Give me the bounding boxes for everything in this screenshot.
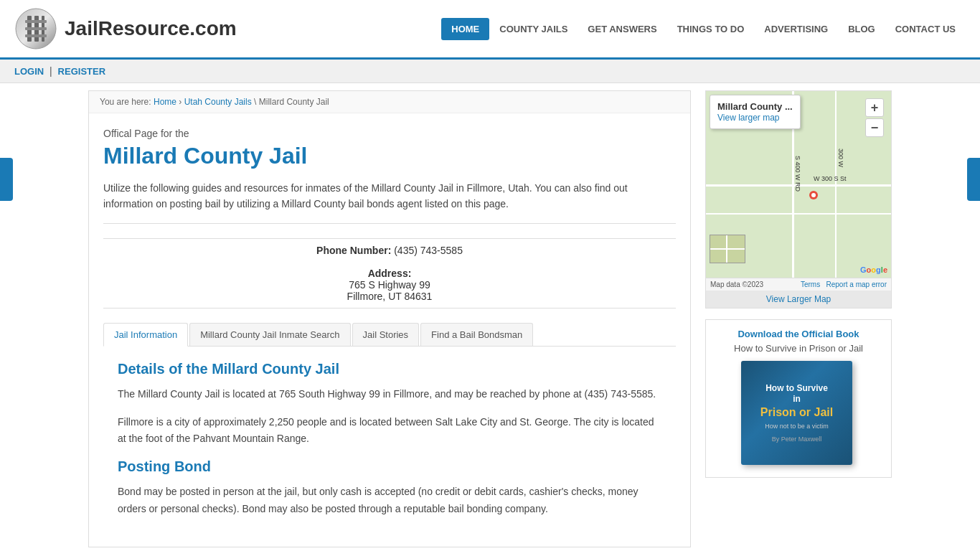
page-title: Millard County Jail bbox=[103, 143, 676, 169]
page-description: Utilize the following guides and resourc… bbox=[103, 180, 676, 224]
map-controls: + − bbox=[865, 98, 884, 137]
phone-label: Phone Number: bbox=[316, 245, 391, 256]
svg-text:S 400 W RD: S 400 W RD bbox=[794, 156, 801, 192]
blue-bar-left bbox=[0, 158, 13, 201]
logo-area: JailResource.com bbox=[14, 7, 237, 50]
tab-content: Details of the Millard County Jail The M… bbox=[103, 347, 676, 532]
login-separator: | bbox=[50, 65, 52, 77]
nav-things-to-do[interactable]: THINGS TO DO bbox=[667, 18, 755, 40]
main-nav: HOME COUNTY JAILS GET ANSWERS THINGS TO … bbox=[441, 18, 966, 40]
svg-text:W 300 S St: W 300 S St bbox=[814, 175, 847, 182]
map-report-link[interactable]: Report a map error bbox=[826, 281, 887, 288]
posting-bond-body: Bond may be posted in person at the jail… bbox=[118, 484, 661, 518]
address-line1: 765 S Highway 99 bbox=[349, 279, 430, 291]
address-label: Address: bbox=[368, 268, 412, 279]
register-link[interactable]: REGISTER bbox=[58, 66, 105, 77]
svg-rect-5 bbox=[25, 27, 47, 30]
svg-point-16 bbox=[811, 193, 816, 197]
main-container: You are here: Home › Utah County Jails \… bbox=[74, 83, 906, 551]
breadcrumb: You are here: Home › Utah County Jails \… bbox=[89, 91, 690, 113]
site-title: JailResource.com bbox=[65, 17, 237, 40]
book-sub: How not to be a victim bbox=[765, 423, 829, 430]
content-area: You are here: Home › Utah County Jails \… bbox=[88, 90, 691, 547]
nav-home[interactable]: HOME bbox=[441, 18, 489, 40]
map-zoom-out[interactable]: − bbox=[865, 118, 884, 137]
map-terms-link[interactable]: Terms bbox=[801, 281, 820, 288]
official-label: Offical Page for the bbox=[103, 128, 676, 139]
tabs: Jail Information Millard County Jail Inm… bbox=[103, 323, 676, 347]
nav-contact-us[interactable]: CONTACT US bbox=[885, 18, 966, 40]
nav-county-jails[interactable]: COUNTY JAILS bbox=[489, 18, 578, 40]
svg-text:300 W: 300 W bbox=[837, 149, 844, 168]
section-body: The Millard County Jail is located at 76… bbox=[118, 386, 661, 403]
section-body2: Fillmore is a city of approximately 2,25… bbox=[118, 414, 661, 448]
address-line2: Fillmore, UT 84631 bbox=[347, 291, 433, 302]
book-cover-visual: How to Survive in Prison or Jail How not… bbox=[741, 361, 852, 465]
book-title-line1: How to Survive bbox=[765, 383, 828, 395]
info-table: Phone Number: (435) 743-5585 Address: 76… bbox=[103, 238, 676, 309]
tab-jail-information[interactable]: Jail Information bbox=[103, 323, 188, 347]
header: JailResource.com HOME COUNTY JAILS GET A… bbox=[0, 0, 980, 60]
view-larger-map-link[interactable]: View Larger Map bbox=[766, 294, 831, 304]
login-bar: LOGIN | REGISTER bbox=[0, 60, 980, 83]
breadcrumb-current: Millard County Jail bbox=[259, 97, 329, 107]
map-data-text: Map data ©2023 bbox=[710, 281, 763, 288]
tab-inmate-search[interactable]: Millard County Jail Inmate Search bbox=[189, 323, 350, 346]
nav-advertising[interactable]: ADVERTISING bbox=[754, 18, 838, 40]
svg-rect-11 bbox=[835, 91, 837, 278]
map-popup-link[interactable]: View larger map bbox=[717, 113, 779, 123]
sidebar: Millard County ... View larger map S 400… bbox=[705, 90, 892, 547]
posting-bond-title: Posting Bond bbox=[118, 458, 661, 475]
map-zoom-in[interactable]: + bbox=[865, 98, 884, 117]
svg-rect-9 bbox=[706, 213, 891, 215]
map-thumbnail bbox=[710, 235, 745, 263]
map-info-bar: Map data ©2023 Terms Report a map error bbox=[706, 278, 891, 291]
book-subtitle-text: How to Survive in Prison or Jail bbox=[715, 343, 882, 354]
google-logo: Google bbox=[860, 265, 887, 274]
book-cover: How to Survive in Prison or Jail How not… bbox=[741, 361, 856, 468]
svg-rect-19 bbox=[726, 235, 727, 263]
tab-jail-stories[interactable]: Jail Stories bbox=[352, 323, 420, 346]
nav-blog[interactable]: BLOG bbox=[838, 18, 885, 40]
book-title-big: Prison or Jail bbox=[760, 405, 833, 419]
logo-icon bbox=[14, 7, 57, 50]
login-link[interactable]: LOGIN bbox=[14, 66, 44, 77]
map-popup: Millard County ... View larger map bbox=[710, 95, 801, 129]
view-larger-map-area: View Larger Map bbox=[706, 291, 891, 308]
nav-get-answers[interactable]: GET ANSWERS bbox=[578, 18, 666, 40]
page-content: Offical Page for the Millard County Jail… bbox=[89, 113, 690, 547]
phone-value: (435) 743-5585 bbox=[394, 245, 463, 256]
blue-bar-right bbox=[967, 158, 980, 201]
book-download-link[interactable]: Download the Official Book bbox=[715, 329, 882, 339]
svg-rect-18 bbox=[710, 248, 745, 250]
map-area: Millard County ... View larger map S 400… bbox=[705, 90, 892, 309]
breadcrumb-prefix: You are here: bbox=[100, 97, 151, 107]
breadcrumb-parent[interactable]: Utah County Jails bbox=[184, 97, 252, 107]
svg-rect-4 bbox=[25, 20, 47, 23]
svg-rect-6 bbox=[25, 34, 47, 37]
map-popup-title: Millard County ... bbox=[717, 101, 793, 112]
book-title-line2: in bbox=[793, 394, 801, 405]
book-author: By Peter Maxwell bbox=[772, 435, 822, 443]
section-title: Details of the Millard County Jail bbox=[118, 361, 661, 377]
book-area: Download the Official Book How to Surviv… bbox=[705, 319, 892, 478]
breadcrumb-home[interactable]: Home bbox=[154, 97, 176, 107]
tab-find-bail-bondsman[interactable]: Find a Bail Bondsman bbox=[420, 323, 533, 346]
